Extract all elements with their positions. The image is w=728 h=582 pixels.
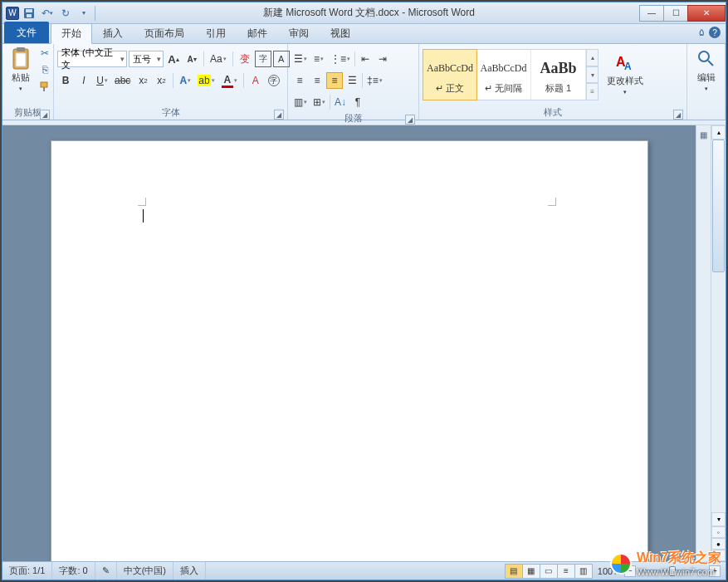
status-words[interactable]: 字数: 0	[52, 562, 95, 580]
character-shading-button[interactable]: A	[273, 51, 290, 67]
shrink-font-button[interactable]: A▾	[183, 51, 200, 67]
zoom-in-button[interactable]: +	[709, 565, 721, 577]
prev-page-icon[interactable]: ◦	[711, 526, 726, 538]
svg-rect-2	[27, 14, 32, 17]
strikethrough-button[interactable]: abc	[112, 72, 133, 89]
scroll-track[interactable]	[711, 139, 726, 512]
change-styles-button[interactable]: AA 更改样式▾	[603, 49, 647, 99]
undo-icon[interactable]: ↶▾	[39, 5, 56, 22]
paragraph-dialog-launcher[interactable]: ◢	[405, 115, 415, 125]
tab-mailings[interactable]: 邮件	[237, 23, 278, 43]
font-color-button[interactable]: A▾	[219, 72, 240, 89]
status-proof-icon[interactable]: ✎	[95, 562, 117, 580]
help-icon[interactable]: ?	[709, 27, 721, 38]
font-name-combo[interactable]: 宋体 (中文正文	[57, 51, 127, 67]
close-button[interactable]: ✕	[687, 5, 726, 22]
grow-font-button[interactable]: A▴	[165, 51, 182, 67]
scroll-down-icon[interactable]: ▾	[711, 512, 726, 526]
line-spacing-button[interactable]: ‡≡▾	[364, 72, 385, 89]
status-mode[interactable]: 插入	[173, 562, 206, 580]
minimize-button[interactable]: —	[639, 5, 664, 22]
enclose-chars-button[interactable]: 字	[266, 72, 282, 89]
clipboard-dialog-launcher[interactable]: ◢	[40, 110, 50, 120]
document-scroll[interactable]	[2, 125, 696, 561]
tab-references[interactable]: 引用	[195, 23, 237, 43]
gallery-more-icon[interactable]: ≡	[587, 83, 599, 100]
qat-customize-icon[interactable]: ▾	[76, 5, 92, 22]
numbering-button[interactable]: ≡▾	[310, 51, 327, 67]
multilevel-button[interactable]: ⋮≡▾	[328, 51, 353, 67]
group-clipboard: 粘贴▾ ✂ ⎘ 剪贴板◢	[2, 44, 54, 120]
editing-button[interactable]: 编辑▾	[691, 46, 721, 95]
underline-button[interactable]: U▾	[94, 72, 110, 89]
sort-button[interactable]: A↓	[332, 94, 349, 110]
redo-icon[interactable]: ↻	[57, 5, 74, 22]
view-outline-icon[interactable]: ≡	[557, 564, 575, 579]
view-fullscreen-icon[interactable]: ▦	[522, 564, 540, 579]
bold-button[interactable]: B	[57, 72, 74, 89]
tab-home[interactable]: 开始	[51, 23, 92, 44]
view-web-icon[interactable]: ▭	[540, 564, 558, 579]
word-app-icon[interactable]: W	[6, 7, 19, 20]
view-draft-icon[interactable]: ▥	[574, 564, 593, 579]
clear-format-button[interactable]: A	[247, 72, 264, 89]
paste-button[interactable]: 粘贴▾	[6, 46, 36, 95]
italic-button[interactable]: I	[76, 72, 92, 89]
tab-review[interactable]: 审阅	[278, 23, 320, 43]
format-painter-icon[interactable]	[37, 79, 52, 94]
zoom-out-button[interactable]: −	[624, 565, 636, 577]
align-center-button[interactable]: ≡	[309, 72, 325, 89]
next-page-icon[interactable]: ◦	[711, 550, 726, 561]
maximize-button[interactable]: ☐	[663, 5, 688, 22]
text-effects-button[interactable]: A▾	[177, 72, 193, 89]
zoom-level[interactable]: 100%	[598, 566, 621, 576]
borders-button[interactable]: ⊞▾	[310, 94, 328, 110]
browse-object-icon[interactable]: ●	[711, 538, 726, 550]
page[interactable]	[51, 140, 648, 561]
tab-insert[interactable]: 插入	[92, 23, 134, 43]
align-distribute-button[interactable]: ☰	[344, 72, 360, 89]
view-print-layout-icon[interactable]: ▤	[505, 564, 523, 579]
superscript-button[interactable]: x2	[153, 72, 169, 89]
bullets-button[interactable]: ☰▾	[291, 51, 310, 67]
svg-rect-5	[16, 53, 26, 66]
gallery-up-icon[interactable]: ▴	[587, 49, 599, 66]
highlight-button[interactable]: ab▾	[195, 72, 217, 89]
decrease-indent-button[interactable]: ⇤	[357, 51, 374, 67]
style-heading1[interactable]: AaBb 标题 1	[531, 50, 586, 100]
font-dialog-launcher[interactable]: ◢	[274, 110, 284, 120]
styles-dialog-launcher[interactable]: ◢	[673, 110, 683, 120]
group-label-font: 字体	[162, 107, 180, 117]
tab-view[interactable]: 视图	[320, 23, 361, 43]
vertical-scrollbar[interactable]: ▴ ▾ ◦ ● ◦	[711, 125, 726, 561]
phonetic-guide-button[interactable]: 变	[237, 51, 253, 67]
tab-file[interactable]: 文件	[4, 22, 49, 43]
copy-icon[interactable]: ⎘	[37, 62, 52, 77]
group-label-clipboard: 剪贴板	[14, 107, 42, 117]
status-page[interactable]: 页面: 1/1	[2, 562, 52, 580]
change-case-button[interactable]: Aa▾	[208, 51, 229, 67]
style-normal[interactable]: AaBbCcDd ↵ 正文	[423, 49, 477, 100]
group-label-paragraph: 段落	[344, 113, 363, 123]
svg-point-10	[699, 51, 709, 61]
status-language[interactable]: 中文(中国)	[117, 562, 173, 580]
increase-indent-button[interactable]: ⇥	[374, 51, 391, 67]
show-marks-button[interactable]: ¶	[349, 94, 366, 110]
scroll-up-icon[interactable]: ▴	[711, 125, 726, 139]
tab-page-layout[interactable]: 页面布局	[134, 23, 195, 43]
font-size-combo[interactable]: 五号	[129, 51, 164, 67]
align-left-button[interactable]: ≡	[291, 72, 308, 89]
subscript-button[interactable]: x2	[134, 72, 151, 89]
zoom-thumb[interactable]	[669, 566, 676, 576]
style-no-spacing[interactable]: AaBbCcDd ↵ 无间隔	[476, 50, 531, 100]
scroll-thumb[interactable]	[712, 139, 725, 272]
cut-icon[interactable]: ✂	[37, 46, 52, 61]
character-border-button[interactable]: 字	[255, 51, 271, 67]
save-icon[interactable]	[21, 5, 37, 22]
zoom-slider[interactable]	[639, 570, 706, 573]
align-justify-button[interactable]: ≡	[326, 72, 343, 89]
minimize-ribbon-icon[interactable]: ۵	[699, 27, 704, 38]
gallery-down-icon[interactable]: ▾	[587, 66, 599, 84]
shading-button[interactable]: ▥▾	[291, 94, 310, 110]
ruler-toggle-icon[interactable]: ▦	[698, 129, 710, 140]
